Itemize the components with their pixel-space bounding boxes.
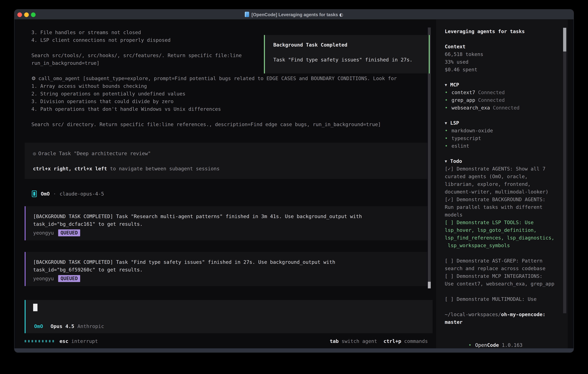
- output-line: ⚙call_omo_agent [subagent_type=explore, …: [32, 75, 397, 82]
- notebook-icon: [245, 12, 249, 17]
- sidebar-title: Leveraging agents for tasks: [445, 28, 568, 35]
- todo-line: [✓] Demonstrate AGENTS: Show all 7: [445, 165, 568, 173]
- todo-line: document-writer, multimodal-looker): [445, 188, 568, 196]
- sidebar-scrollbar-thumb[interactable]: [563, 28, 566, 52]
- chevron-down-icon: ▼: [445, 81, 447, 89]
- mcp-item: •context7Connected: [445, 89, 568, 96]
- task-meta: yeongyu QUEUED: [33, 274, 420, 283]
- spinner-dots-icon: [25, 340, 54, 342]
- esc-key-hint: esc: [60, 338, 68, 344]
- agent-model: claude-opus-4-5: [60, 191, 104, 197]
- status-left: esc interrupt: [25, 337, 98, 345]
- task-id-line: task_id="bg_6f59260c" to get results.: [33, 266, 420, 274]
- input-provider: Anthropic: [77, 323, 104, 329]
- chat-scrollbar-thumb[interactable]: [428, 282, 431, 288]
- input-agent-name: OmO: [34, 323, 43, 329]
- shortcut-keys: ctrl+x right, ctrl+x left: [33, 166, 107, 172]
- app-name-bold: Code: [487, 342, 499, 348]
- status-dot-icon: •: [445, 97, 448, 103]
- output-line: Search src/ directory. Return specific f…: [32, 121, 397, 128]
- window-title-text: [OpenCode] Leveraging agents for tasks: [252, 12, 338, 17]
- output-line: 3. Division operations that could divide…: [32, 98, 397, 105]
- status-dot-icon: •: [445, 135, 448, 141]
- lsp-heading: LSP: [450, 120, 459, 126]
- agent-checkbox-icon: [32, 190, 37, 197]
- input-cursor: [33, 304, 37, 311]
- mcp-status: Connected: [478, 97, 505, 103]
- task-user: yeongyu: [33, 229, 54, 237]
- opencode-window: [OpenCode] Leveraging agents for tasks ◐…: [14, 9, 574, 353]
- lsp-section-header[interactable]: ▼LSP: [445, 119, 568, 127]
- toast-body: Task "Find type safety issues" finished …: [273, 56, 420, 64]
- mcp-name: websearch_exa: [452, 105, 490, 111]
- mcp-item: •websearch_exaConnected: [445, 104, 568, 112]
- tab-key-hint: tab: [330, 338, 338, 344]
- context-tokens: 66,518 tokens: [445, 51, 568, 58]
- mcp-status: Connected: [493, 105, 520, 111]
- lsp-item: •typescript: [445, 135, 568, 142]
- status-dot-icon: •: [445, 105, 448, 111]
- sidebar-scrollbar[interactable]: [563, 28, 566, 313]
- mcp-section-header[interactable]: ▼MCP: [445, 81, 568, 89]
- output-line: 4. Path operations that don't handle Win…: [32, 105, 397, 113]
- todo-item-active: [ ] Demonstrate LSP TOOLS: Use lsp_hover…: [445, 219, 568, 249]
- context-heading: Context: [445, 43, 568, 51]
- agent-name: OmO: [41, 191, 50, 197]
- screen: [OpenCode] Leveraging agents for tasks ◐…: [0, 0, 588, 374]
- app-version: 1.0.163: [502, 342, 523, 348]
- mcp-status: Connected: [478, 90, 505, 95]
- todo-line: lsp_hover, lsp_goto_definition,: [445, 226, 568, 234]
- mcp-name: grep_app: [452, 97, 475, 103]
- shortcut-label: to navigate between subagent sessions: [107, 166, 220, 172]
- agent-session-header: OmO · claude-opus-4-5: [32, 190, 104, 198]
- toast-notification: Background Task Completed Task "Find typ…: [264, 35, 430, 73]
- todo-line: Run parallel tasks with different: [445, 203, 568, 211]
- input-model: Opus 4.5: [51, 323, 74, 329]
- status-dot-icon: •: [445, 90, 448, 95]
- todo-item: [✓] Demonstrate AGENTS: Show all 7 curat…: [445, 165, 568, 196]
- context-used: 33% used: [445, 58, 568, 66]
- window-title: [OpenCode] Leveraging agents for tasks ◐: [14, 10, 574, 20]
- queued-badge: QUEUED: [58, 229, 80, 236]
- sidebar: Leveraging agents for tasks Context 66,5…: [436, 20, 568, 348]
- background-task-card: [BACKGROUND TASK COMPLETED] Task "Find t…: [25, 252, 427, 286]
- oracle-title: Oracle Task "Deep architecture review": [38, 151, 151, 156]
- ctrlp-key-hint: ctrl+p: [383, 338, 401, 344]
- todo-line: [ ] Demonstrate AST-GREP: Pattern: [445, 257, 568, 265]
- session-state-icon: ◐: [339, 12, 343, 17]
- todo-line: curated agents (OmO, oracle,: [445, 173, 568, 180]
- titlebar: [OpenCode] Leveraging agents for tasks ◐: [14, 10, 574, 20]
- toast-title: Background Task Completed: [273, 41, 420, 49]
- gear-icon: ⚙: [32, 75, 36, 81]
- todo-line: [✓] Demonstrate BACKGROUND AGENTS:: [445, 196, 568, 203]
- window-bottom-bar: [14, 348, 574, 352]
- mcp-heading: MCP: [450, 82, 459, 88]
- interrupt-label: interrupt: [71, 338, 98, 344]
- lsp-item: •eslint: [445, 142, 568, 150]
- todo-line: [ ] Demonstrate LSP TOOLS: Use: [445, 219, 568, 226]
- status-right: tab switch agent ctrl+p commands: [323, 337, 428, 345]
- todo-line: [ ] Demonstrate MULTIMODAL: Use: [445, 295, 568, 303]
- status-dot-icon: •: [469, 342, 471, 348]
- task-user: yeongyu: [33, 274, 54, 283]
- todo-line: [ ] Demonstrate MCP INTEGRATIONS:: [445, 272, 568, 280]
- oracle-task-box: ◎Oracle Task "Deep architecture review" …: [25, 143, 427, 179]
- task-message: [BACKGROUND TASK COMPLETED] Task "Find t…: [33, 258, 420, 266]
- switch-agent-label: switch agent: [342, 338, 377, 344]
- todo-line: search and replace across codebase: [445, 265, 568, 272]
- mcp-item: •grep_appConnected: [445, 96, 568, 104]
- context-spent: $0.46 spent: [445, 66, 568, 73]
- todo-section-header[interactable]: ▼Todo: [445, 157, 568, 165]
- queued-badge: QUEUED: [58, 275, 80, 282]
- lsp-name: typescript: [452, 135, 481, 141]
- task-id-line: task_id="bg_dcfac161" to get results.: [33, 220, 420, 228]
- prompt-input[interactable]: OmO Opus 4.5 Anthropic: [25, 300, 433, 333]
- background-task-card: [BACKGROUND TASK COMPLETED] Task "Resear…: [25, 206, 427, 240]
- app-name: Open: [475, 342, 487, 348]
- commands-label: commands: [404, 338, 428, 344]
- status-dot-icon: •: [445, 143, 448, 149]
- status-dot-icon: •: [445, 128, 448, 134]
- output-line: 1. Array access without bounds checking: [32, 82, 397, 90]
- version-line: •OpenCode1.0.163: [445, 334, 568, 341]
- chevron-down-icon: ▼: [445, 119, 447, 127]
